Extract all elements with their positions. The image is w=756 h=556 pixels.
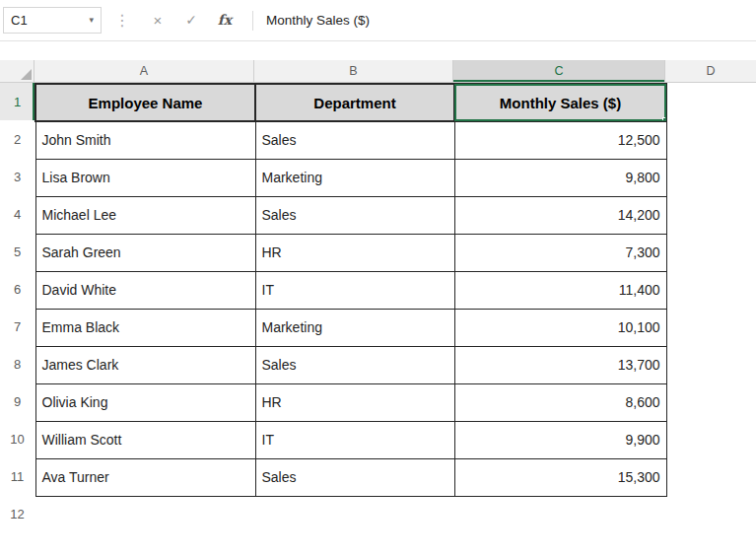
cell-B9[interactable]: HR: [255, 383, 454, 421]
sheet-body: 1 2 3 4 5 6 7 8 9 10 11 12 Employee Name…: [0, 83, 756, 556]
cell-B7[interactable]: Marketing: [255, 309, 454, 346]
table-row: Ava Turner Sales 15,300: [35, 458, 666, 496]
cell-A3[interactable]: Lisa Brown: [35, 159, 255, 196]
excel-window: C1 ▾ ⋮ × ✓ fx Monthly Sales ($) A B C D …: [0, 0, 756, 556]
name-box[interactable]: C1 ▾: [3, 7, 102, 34]
cell-C11[interactable]: 15,300: [454, 458, 666, 496]
data-table: Employee Name Department Monthly Sales (…: [34, 83, 667, 497]
row-header-12[interactable]: 12: [0, 495, 34, 532]
column-header-B[interactable]: B: [254, 60, 453, 83]
cell-C10[interactable]: 9,900: [454, 421, 666, 458]
column-header-A[interactable]: A: [34, 60, 254, 83]
cancel-icon[interactable]: ×: [141, 7, 174, 34]
column-header-D[interactable]: D: [665, 60, 756, 83]
cell-C4[interactable]: 14,200: [454, 196, 666, 234]
row-header-4[interactable]: 4: [0, 195, 34, 233]
cell-C7[interactable]: 10,100: [454, 309, 666, 346]
cell-B11[interactable]: Sales: [255, 458, 454, 496]
table-row: James Clark Sales 13,700: [35, 346, 666, 383]
row-header-11[interactable]: 11: [0, 457, 34, 495]
cell-B5[interactable]: HR: [255, 234, 454, 271]
cell-A4[interactable]: Michael Lee: [35, 196, 255, 234]
row-header-3[interactable]: 3: [0, 158, 34, 195]
cell-A11[interactable]: Ava Turner: [35, 458, 255, 496]
cell-C2[interactable]: 12,500: [454, 121, 666, 159]
cell-A7[interactable]: Emma Black: [35, 309, 255, 346]
cell-C3[interactable]: 9,800: [454, 159, 666, 196]
table-row: David White IT 11,400: [35, 271, 666, 309]
enter-icon[interactable]: ✓: [174, 7, 208, 34]
cell-C9[interactable]: 8,600: [454, 383, 666, 421]
formula-bar-divider: [252, 11, 253, 31]
table-row: Olivia King HR 8,600: [35, 383, 666, 421]
table-row: John Smith Sales 12,500: [35, 121, 666, 159]
chevron-down-icon[interactable]: ▾: [89, 16, 94, 25]
row-header-10[interactable]: 10: [0, 420, 34, 457]
cell-B4[interactable]: Sales: [255, 196, 454, 234]
row-header-2[interactable]: 2: [0, 120, 34, 158]
cell-A8[interactable]: James Clark: [35, 346, 255, 383]
row-header-7[interactable]: 7: [0, 308, 34, 345]
cell-C8[interactable]: 13,700: [454, 346, 666, 383]
table-row: Lisa Brown Marketing 9,800: [35, 159, 666, 196]
name-box-value: C1: [11, 13, 28, 28]
drag-handle-icon: ⋮: [114, 13, 130, 29]
table-header-row: Employee Name Department Monthly Sales (…: [35, 84, 666, 121]
select-all-button[interactable]: [0, 60, 34, 83]
table-row: Michael Lee Sales 14,200: [35, 196, 666, 234]
cell-A9[interactable]: Olivia King: [35, 383, 255, 421]
cell-B6[interactable]: IT: [255, 271, 454, 309]
row-header-8[interactable]: 8: [0, 345, 34, 382]
cell-B2[interactable]: Sales: [255, 121, 454, 159]
cell-A1[interactable]: Employee Name: [35, 84, 255, 121]
cell-B1[interactable]: Department: [255, 84, 454, 121]
cell-C1-text: Monthly Sales ($): [500, 95, 621, 111]
cell-B10[interactable]: IT: [255, 421, 454, 458]
ribbon-gap: [0, 41, 756, 60]
column-headers: A B C D: [0, 60, 756, 83]
table-row: William Scott IT 9,900: [35, 421, 666, 458]
insert-function-icon[interactable]: fx: [208, 7, 241, 34]
row-header-5[interactable]: 5: [0, 233, 34, 270]
table-row: Sarah Green HR 7,300: [35, 234, 666, 271]
row-header-9[interactable]: 9: [0, 382, 34, 420]
formula-bar-row: C1 ▾ ⋮ × ✓ fx Monthly Sales ($): [0, 0, 756, 41]
cell-C5[interactable]: 7,300: [454, 234, 666, 271]
cell-A2[interactable]: John Smith: [35, 121, 255, 159]
cell-A6[interactable]: David White: [35, 271, 255, 309]
select-all-triangle-icon: [21, 69, 32, 80]
cell-A5[interactable]: Sarah Green: [35, 234, 255, 271]
cell-B8[interactable]: Sales: [255, 346, 454, 383]
row-header-1[interactable]: 1: [0, 83, 34, 120]
cell-C1[interactable]: Monthly Sales ($): [454, 84, 666, 121]
fill-handle[interactable]: [662, 117, 666, 121]
cell-B3[interactable]: Marketing: [255, 159, 454, 196]
table-row: Emma Black Marketing 10,100: [35, 309, 666, 346]
formula-bar-input[interactable]: Monthly Sales ($): [264, 13, 756, 28]
cell-C6[interactable]: 11,400: [454, 271, 666, 309]
row-header-6[interactable]: 6: [0, 270, 34, 308]
cell-A10[interactable]: William Scott: [35, 421, 255, 458]
row-headers: 1 2 3 4 5 6 7 8 9 10 11 12: [0, 83, 34, 532]
column-header-C[interactable]: C: [453, 60, 665, 83]
